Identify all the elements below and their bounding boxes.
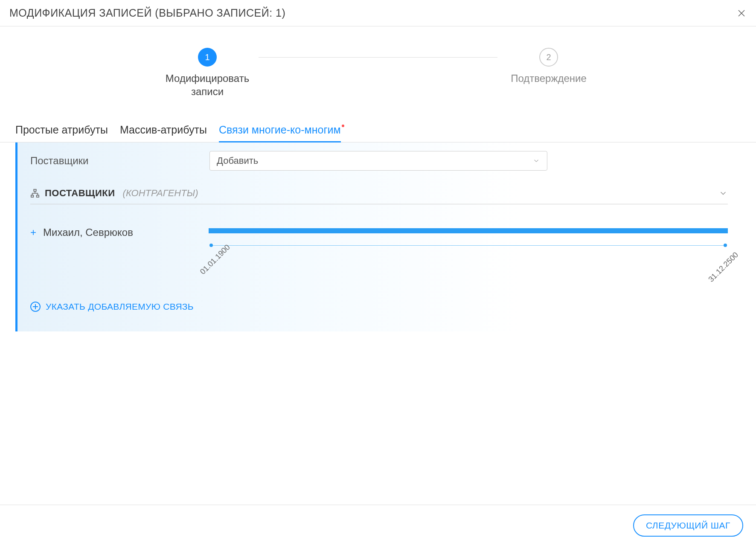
- step-label-2: Подтверждение: [511, 72, 587, 85]
- hierarchy-icon: [30, 189, 40, 198]
- step-number-2: 2: [539, 48, 558, 67]
- item-left[interactable]: + Михаил, Севрюков: [30, 225, 209, 238]
- add-relation-button[interactable]: УКАЗАТЬ ДОБАВЛЯЕМУЮ СВЯЗЬ: [30, 285, 728, 314]
- select-value: Добавить: [217, 155, 258, 166]
- form-row-suppliers: Поставщики Добавить: [30, 151, 728, 171]
- timeline: 01.01.1900 31.12.2500: [209, 225, 728, 276]
- section-title-wrap: ПОСТАВЩИКИ (КОНТРАГЕНТЫ): [30, 188, 198, 199]
- svg-rect-2: [34, 189, 36, 192]
- svg-rect-3: [31, 195, 34, 197]
- tab-many-to-many[interactable]: Связи многие-ко-многим: [219, 124, 341, 142]
- timeline-start-dot[interactable]: [209, 244, 213, 247]
- section-header: ПОСТАВЩИКИ (КОНТРАГЕНТЫ): [30, 181, 728, 204]
- next-step-button[interactable]: СЛЕДУЮЩИЙ ШАГ: [633, 514, 743, 537]
- section-subtitle: (КОНТРАГЕНТЫ): [123, 188, 198, 199]
- step-connector: [259, 57, 497, 58]
- step-modify: 1 Модифицировать записи: [156, 48, 259, 98]
- tab-simple-attributes[interactable]: Простые атрибуты: [15, 124, 108, 142]
- dialog-title: МОДИФИКАЦИЯ ЗАПИСЕЙ (ВЫБРАНО ЗАПИСЕЙ: 1): [9, 7, 285, 19]
- step-confirm: 2 Подтверждение: [497, 48, 600, 85]
- close-icon[interactable]: [736, 8, 747, 18]
- timeline-end-dot[interactable]: [724, 244, 727, 247]
- circle-plus-icon: [30, 302, 41, 312]
- tab-indicator-dot: [342, 125, 344, 127]
- timeline-start-label: 01.01.1900: [198, 243, 232, 277]
- form-label-suppliers: Поставщики: [30, 155, 192, 167]
- relation-item-row: + Михаил, Севрюков 01.01.1900 31.12.2500: [30, 216, 728, 285]
- timeline-bar[interactable]: [209, 228, 728, 233]
- svg-rect-4: [37, 195, 39, 197]
- relation-panel: Поставщики Добавить ПОСТАВЩИКИ (КОНТРАГЕ…: [15, 142, 741, 331]
- step-number-1: 1: [198, 48, 217, 67]
- plus-icon: +: [30, 227, 36, 238]
- dialog-header: МОДИФИКАЦИЯ ЗАПИСЕЙ (ВЫБРАНО ЗАПИСЕЙ: 1): [0, 0, 756, 26]
- tabs-container: Простые атрибуты Массив-атрибуты Связи м…: [0, 124, 756, 142]
- step-label-1: Модифицировать записи: [156, 72, 259, 98]
- chevron-down-icon: [532, 157, 540, 165]
- tab-array-attributes[interactable]: Массив-атрибуты: [120, 124, 207, 142]
- section-collapse-icon[interactable]: [718, 189, 728, 198]
- add-relation-label: УКАЗАТЬ ДОБАВЛЯЕМУЮ СВЯЗЬ: [46, 302, 194, 312]
- item-name: Михаил, Севрюков: [43, 227, 133, 238]
- content-area: Поставщики Добавить ПОСТАВЩИКИ (КОНТРАГЕ…: [0, 142, 756, 505]
- timeline-end-label: 31.12.2500: [707, 250, 740, 284]
- wizard-steps: 1 Модифицировать записи 2 Подтверждение: [0, 26, 756, 124]
- timeline-track: [210, 245, 726, 246]
- section-title: ПОСТАВЩИКИ: [45, 188, 115, 199]
- tab-many-to-many-label: Связи многие-ко-многим: [219, 124, 341, 136]
- action-select[interactable]: Добавить: [209, 151, 547, 171]
- dialog-footer: СЛЕДУЮЩИЙ ШАГ: [0, 505, 756, 546]
